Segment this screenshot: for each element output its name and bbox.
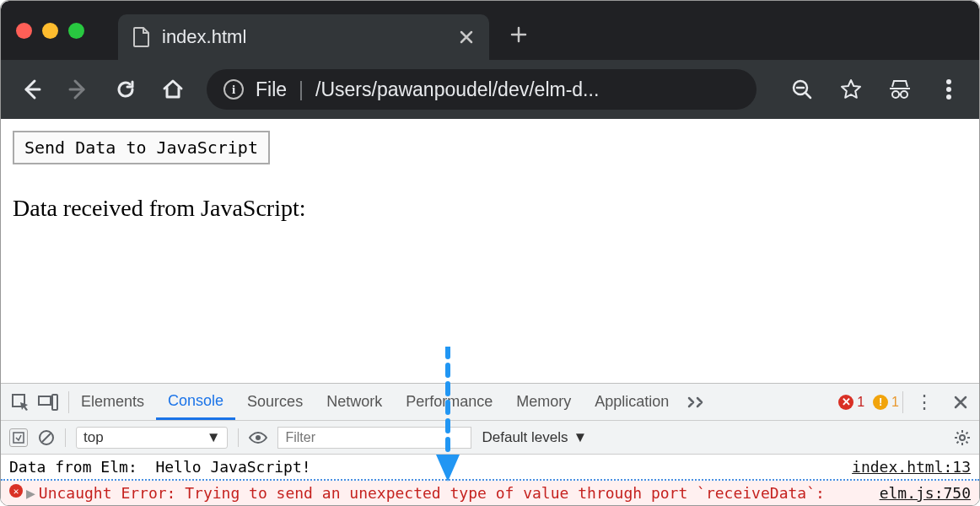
devtools-tab-elements[interactable]: Elements <box>69 384 156 420</box>
devtools-tab-network[interactable]: Network <box>315 384 394 420</box>
minimize-window-button[interactable] <box>42 23 58 39</box>
back-button[interactable] <box>18 78 45 101</box>
devtools-close-icon[interactable] <box>942 396 979 409</box>
svg-point-2 <box>901 91 907 98</box>
svg-point-5 <box>946 94 951 100</box>
svg-point-1 <box>892 91 899 98</box>
close-window-button[interactable] <box>16 23 32 39</box>
log-message: Data from Elm: Hello JavaScript! <box>9 458 852 476</box>
clear-console-icon[interactable] <box>38 429 55 446</box>
svg-point-3 <box>946 79 951 84</box>
chevron-down-icon: ▼ <box>207 429 221 446</box>
browser-toolbar: i File | /Users/pawanpoudel/dev/elm-d... <box>1 60 979 119</box>
devtools-tab-performance[interactable]: Performance <box>394 384 504 420</box>
url-separator: | <box>299 78 304 101</box>
devtools-tab-console[interactable]: Console <box>156 384 235 420</box>
browser-tab[interactable]: index.html <box>118 14 489 60</box>
bookmark-star-icon[interactable] <box>837 78 864 100</box>
context-label: top <box>83 429 104 446</box>
device-mode-icon[interactable] <box>38 394 58 411</box>
file-icon <box>133 27 150 47</box>
devtools-status-badges[interactable]: ✕1 !1 <box>838 395 899 410</box>
levels-label: Default levels <box>482 429 568 446</box>
reload-button[interactable] <box>112 78 139 100</box>
inspect-element-icon[interactable] <box>11 393 30 412</box>
page-body-text: Data received from JavaScript: <box>13 195 967 222</box>
console-error-row[interactable]: ✕ ▶ Uncaught Error: Trying to send an un… <box>1 481 979 505</box>
log-source-link[interactable]: index.html:13 <box>852 458 971 476</box>
chevron-down-icon: ▼ <box>573 429 588 446</box>
console-log: Data from Elm: Hello JavaScript! index.h… <box>1 455 979 505</box>
devtools-tab-application[interactable]: Application <box>583 384 681 420</box>
new-tab-button[interactable] <box>509 25 528 44</box>
devtools-panel: Elements Console Sources Network Perform… <box>1 383 979 505</box>
browser-menu-icon[interactable] <box>935 78 962 100</box>
overflow-chevron-icon[interactable] <box>681 396 713 408</box>
svg-point-13 <box>960 435 965 440</box>
address-bar[interactable]: i File | /Users/pawanpoudel/dev/elm-d... <box>207 69 757 110</box>
error-icon: ✕ <box>9 484 23 498</box>
console-sidebar-toggle-icon[interactable] <box>9 428 28 447</box>
url-scheme: File <box>256 78 287 101</box>
site-info-icon[interactable]: i <box>223 79 244 100</box>
log-levels-dropdown[interactable]: Default levels ▼ <box>482 429 587 446</box>
url-path: /Users/pawanpoudel/dev/elm-d... <box>315 78 599 101</box>
warning-count: 1 <box>891 395 899 410</box>
svg-rect-9 <box>52 395 57 410</box>
expand-caret-icon[interactable]: ▶ <box>26 484 35 502</box>
close-tab-icon[interactable] <box>459 30 474 45</box>
window-traffic-lights <box>16 23 84 39</box>
maximize-window-button[interactable] <box>68 23 84 39</box>
console-settings-icon[interactable] <box>954 429 971 446</box>
execution-context-dropdown[interactable]: top ▼ <box>76 427 228 449</box>
devtools-menu-icon[interactable]: ⋮ <box>907 391 942 413</box>
send-data-button[interactable]: Send Data to JavaScript <box>13 131 270 164</box>
devtools-tab-memory[interactable]: Memory <box>504 384 583 420</box>
window-titlebar: index.html <box>1 1 979 60</box>
live-expression-icon[interactable] <box>249 431 267 444</box>
incognito-icon[interactable] <box>886 78 913 100</box>
console-filter-input[interactable] <box>277 427 471 449</box>
tab-title: index.html <box>162 26 246 48</box>
svg-point-4 <box>946 87 951 92</box>
forward-button[interactable] <box>65 78 92 101</box>
error-count: 1 <box>857 395 864 410</box>
console-log-row[interactable]: Data from Elm: Hello JavaScript! index.h… <box>1 455 979 481</box>
svg-rect-8 <box>39 396 51 405</box>
zoom-out-icon[interactable] <box>789 78 816 100</box>
svg-point-12 <box>256 435 261 440</box>
error-message: Uncaught Error: Trying to send an unexpe… <box>39 484 880 502</box>
svg-rect-10 <box>13 433 24 443</box>
devtools-tab-sources[interactable]: Sources <box>235 384 315 420</box>
devtools-tabs: Elements Console Sources Network Perform… <box>1 384 979 421</box>
log-source-link[interactable]: elm.js:750 <box>880 484 971 502</box>
console-toolbar: top ▼ Default levels ▼ <box>1 421 979 455</box>
home-button[interactable] <box>159 78 186 100</box>
page-viewport: Send Data to JavaScript Data received fr… <box>1 119 979 383</box>
